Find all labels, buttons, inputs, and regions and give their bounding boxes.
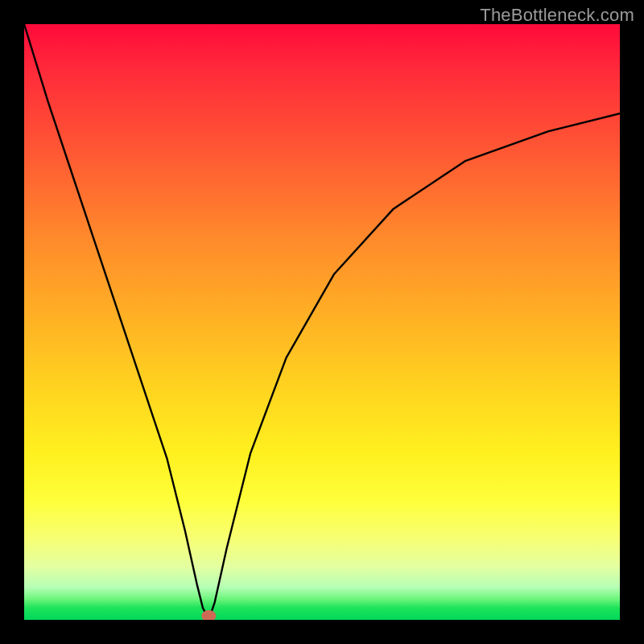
bottleneck-curve <box>24 24 620 620</box>
curve-layer <box>24 24 620 620</box>
plot-area <box>24 24 620 620</box>
watermark-text: TheBottleneck.com <box>480 5 634 26</box>
chart-frame: TheBottleneck.com <box>0 0 644 644</box>
